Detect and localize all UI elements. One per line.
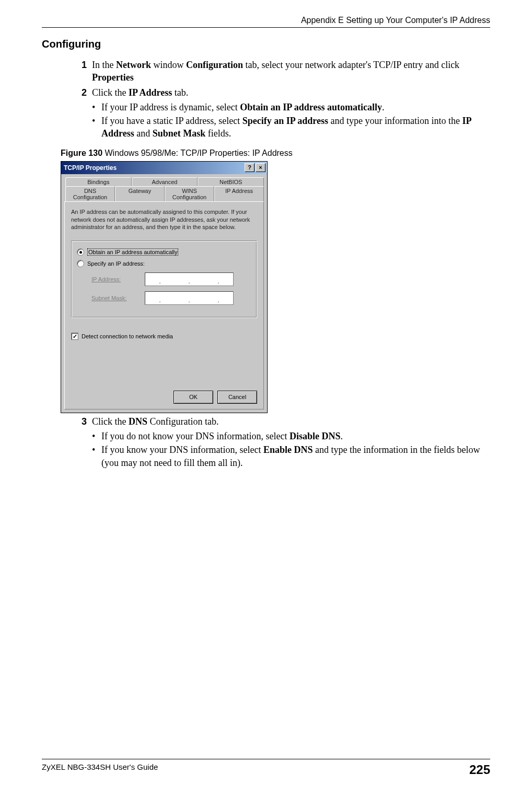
subnet-mask-label: Subnet Mask: (91, 295, 145, 301)
step-3: 3 Click the DNS Configuration tab. (73, 415, 490, 428)
bullet: • If your IP address is dynamic, select … (92, 101, 490, 113)
ip-address-label: IP Address: (91, 276, 145, 282)
tcpip-properties-dialog: TCP/IP Properties ? × Bindings Advanced … (61, 161, 268, 413)
radio-icon (77, 260, 84, 267)
tab-bindings[interactable]: Bindings (65, 177, 132, 186)
tab-ip-address[interactable]: IP Address (214, 186, 264, 202)
tab-wins-configuration[interactable]: WINS Configuration (165, 186, 214, 201)
section-title: Configuring (42, 38, 490, 50)
step-body: Click the IP Address tab. (92, 86, 490, 99)
header-rule (42, 27, 490, 28)
step-1: 1 In the Network window Configuration ta… (73, 59, 490, 84)
tab-pane-ip-address: An IP address can be automatically assig… (64, 201, 264, 409)
dialog-titlebar[interactable]: TCP/IP Properties ? × (61, 162, 267, 174)
tab-gateway[interactable]: Gateway (115, 186, 165, 201)
appendix-header: Appendix E Setting up Your Computer's IP… (42, 16, 490, 25)
bullet: • If you have a static IP address, selec… (92, 115, 490, 140)
close-button[interactable]: × (256, 163, 265, 172)
checkbox-icon: ✓ (71, 333, 78, 340)
ip-mode-group: Obtain an IP address automatically Speci… (71, 241, 257, 318)
bullet: • If you know your DNS information, sele… (92, 443, 490, 469)
step-body: Click the DNS Configuration tab. (92, 415, 490, 428)
step-number: 1 (73, 59, 87, 84)
footer-guide-name: ZyXEL NBG-334SH User's Guide (42, 762, 158, 777)
detect-connection-checkbox[interactable]: ✓ Detect connection to network media (71, 333, 257, 340)
step-2: 2 Click the IP Address tab. (73, 86, 490, 99)
ip-address-input[interactable]: ... (145, 272, 234, 286)
radio-label: Specify an IP address: (87, 260, 145, 267)
radio-specify-address[interactable]: Specify an IP address: (77, 260, 251, 267)
page-number: 225 (469, 762, 490, 777)
tab-dns-configuration[interactable]: DNS Configuration (65, 186, 115, 201)
tab-advanced[interactable]: Advanced (132, 177, 198, 186)
step-number: 3 (73, 415, 87, 428)
figure-caption: Figure 130 Windows 95/98/Me: TCP/IP Prop… (61, 149, 490, 158)
checkbox-label: Detect connection to network media (82, 333, 173, 339)
step-body: In the Network window Configuration tab,… (92, 59, 490, 84)
radio-icon (77, 248, 84, 256)
radio-obtain-automatically[interactable]: Obtain an IP address automatically (77, 248, 251, 256)
help-button[interactable]: ? (245, 163, 255, 172)
page-footer: ZyXEL NBG-334SH User's Guide 225 (42, 759, 490, 777)
tab-description: An IP address can be automatically assig… (71, 208, 257, 232)
cancel-button[interactable]: Cancel (217, 391, 257, 404)
ok-button[interactable]: OK (174, 391, 213, 404)
tab-netbios[interactable]: NetBIOS (198, 177, 264, 186)
dialog-title: TCP/IP Properties (63, 164, 244, 172)
step-number: 2 (73, 86, 87, 99)
footer-rule (42, 759, 490, 759)
bullet: • If you do not know your DNS informatio… (92, 430, 490, 442)
radio-label: Obtain an IP address automatically (87, 248, 178, 256)
subnet-mask-input[interactable]: ... (145, 291, 234, 305)
